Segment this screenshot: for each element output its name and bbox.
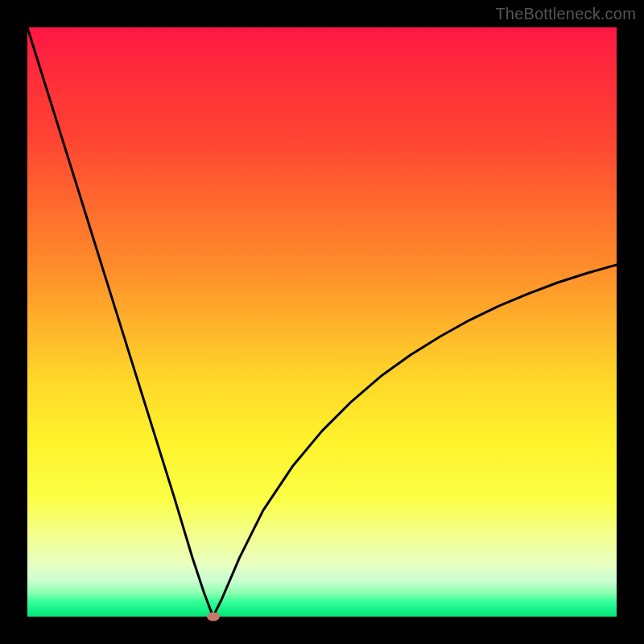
bottleneck-curve <box>27 27 617 617</box>
optimal-point-marker <box>207 613 220 621</box>
chart-frame: TheBottleneck.com <box>0 0 644 644</box>
watermark-text: TheBottleneck.com <box>495 5 636 23</box>
chart-plot-area <box>27 27 617 617</box>
